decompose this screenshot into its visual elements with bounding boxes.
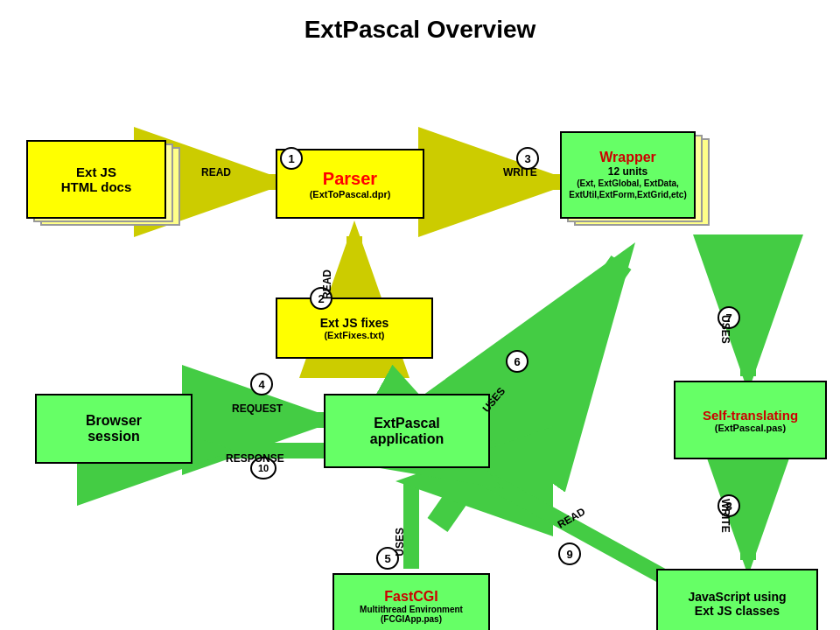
write8-label: WRITE bbox=[719, 499, 732, 533]
browser-session-label: Browser session bbox=[86, 413, 142, 444]
read2-label: READ bbox=[321, 270, 333, 299]
wrapper-stack: Wrapper 12 units (Ext, ExtGlobal, ExtDat… bbox=[560, 131, 696, 219]
fastcgi-subtitle: Multithread Environment bbox=[360, 605, 463, 614]
write3-label: WRITE bbox=[503, 166, 537, 178]
svg-line-12 bbox=[490, 481, 665, 578]
self-translating-box: Self-translating (ExtPascal.pas) bbox=[674, 381, 827, 459]
self-translating-label: Self-translating bbox=[703, 408, 798, 423]
extpascal-app-box: ExtPascal application bbox=[324, 394, 490, 468]
wrapper-detail: (Ext, ExtGlobal, ExtData,ExtUtil,ExtForm… bbox=[569, 178, 686, 200]
wrapper-label: Wrapper bbox=[599, 150, 656, 165]
read1-label: READ bbox=[201, 166, 231, 178]
parser-subtitle: (ExtToPascal.dpr) bbox=[310, 189, 391, 200]
fastcgi-label: FastCGI bbox=[384, 589, 438, 605]
ext-js-docs-stack: Ext JS HTML docs bbox=[26, 140, 166, 219]
javascript-label2: Ext JS classes bbox=[695, 604, 780, 618]
extpascal-app-label: ExtPascal bbox=[374, 416, 440, 431]
fastcgi-box: FastCGI Multithread Environment (FCGIApp… bbox=[332, 573, 490, 630]
step-4-circle: 4 bbox=[250, 373, 273, 396]
step-6-circle: 6 bbox=[506, 350, 528, 373]
extpascal-app-label2: application bbox=[370, 431, 444, 447]
self-translating-subtitle: (ExtPascal.pas) bbox=[715, 423, 786, 433]
fastcgi-subtitle2: (FCGIApp.pas) bbox=[381, 614, 442, 624]
parser-label: Parser bbox=[323, 169, 377, 189]
wrapper-units: 12 units bbox=[608, 165, 648, 178]
step-9-circle: 9 bbox=[558, 542, 581, 565]
step-1-circle: 1 bbox=[280, 147, 303, 170]
ext-js-docs-label: Ext JS HTML docs bbox=[61, 164, 132, 194]
response10-label: RESPONSE bbox=[226, 452, 284, 465]
request4-label: REQUEST bbox=[232, 402, 283, 415]
read9-label: READ bbox=[556, 505, 587, 530]
javascript-ext-box: JavaScript using Ext JS classes bbox=[656, 569, 818, 630]
uses5-label: USES bbox=[394, 528, 406, 556]
ext-js-fixes-label: Ext JS fixes bbox=[320, 316, 389, 330]
ext-js-fixes-box: Ext JS fixes (ExtFixes.txt) bbox=[276, 298, 433, 359]
uses7-label: USES bbox=[719, 315, 732, 344]
page-title: ExtPascal Overview bbox=[0, 0, 840, 52]
javascript-label: JavaScript using bbox=[688, 590, 786, 604]
ext-js-fixes-subtitle: (ExtFixes.txt) bbox=[324, 330, 384, 340]
browser-session-box: Browser session bbox=[35, 394, 192, 464]
